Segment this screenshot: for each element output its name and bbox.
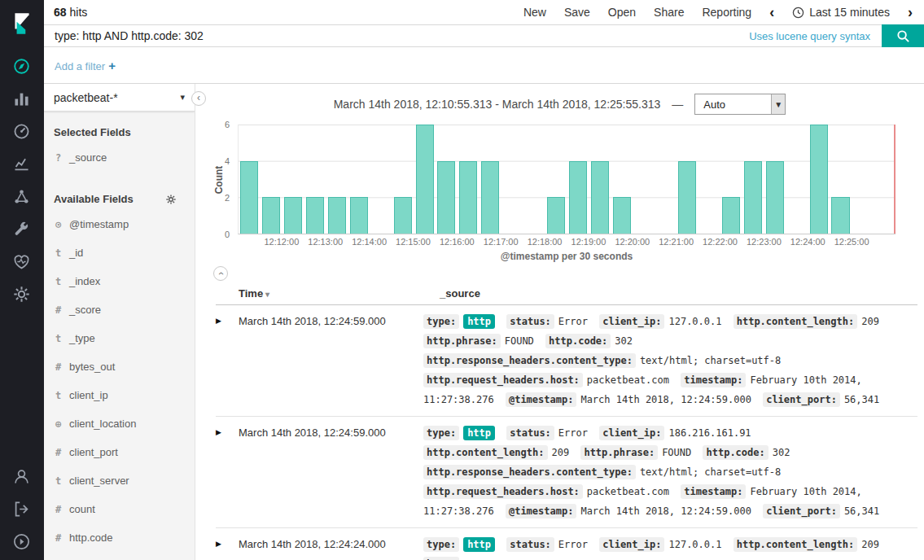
histogram-bar-12:16:30[interactable] <box>481 161 499 234</box>
gear-icon <box>165 194 177 205</box>
source-field-key: http: <box>423 557 459 560</box>
field-count[interactable]: #count <box>44 495 195 523</box>
expand-row-icon[interactable]: ▶ <box>216 535 239 560</box>
histogram-bar-12:14:30[interactable] <box>394 197 412 234</box>
nav-item-dashboard[interactable] <box>12 122 32 142</box>
x-tick-label: 12:25:00 <box>834 237 869 247</box>
histogram-bar-12:12:00[interactable] <box>284 197 302 234</box>
field-client_location[interactable]: ⊕client_location <box>44 409 195 438</box>
bar-slot <box>655 125 677 234</box>
histogram-bar-12:19:30[interactable] <box>613 197 631 234</box>
histogram-bar-12:11:00[interactable] <box>240 161 258 234</box>
nav-item-machine-learning[interactable] <box>12 187 32 207</box>
histogram-bar-12:18:00[interactable] <box>547 197 565 234</box>
time-picker[interactable]: Last 15 minutes <box>792 6 890 19</box>
bar-slot <box>414 125 436 234</box>
field-client_ip[interactable]: tclient_ip <box>44 381 195 409</box>
x-tick-label: 12:18:00 <box>528 237 563 247</box>
nav-item-logout[interactable] <box>12 500 32 519</box>
nav-item-dev-tools[interactable] <box>12 220 32 239</box>
histogram-bar-12:16:00[interactable] <box>459 161 477 234</box>
histogram-bar-12:24:30[interactable] <box>831 197 849 234</box>
histogram-bar-12:13:00[interactable] <box>328 197 346 234</box>
time-range-title: March 14th 2018, 12:10:55.313 - March 14… <box>334 98 661 111</box>
index-pattern-selector[interactable]: packetbeat-* ▾ <box>44 84 195 112</box>
field-name: @timestamp <box>69 218 129 230</box>
collapse-sidebar-button[interactable]: ‹ <box>191 91 206 106</box>
field-_source[interactable]: ?_source <box>44 143 195 172</box>
field-_index[interactable]: t_index <box>44 267 195 295</box>
field-name: http.code <box>69 532 113 544</box>
field-@timestamp[interactable]: ⊙@timestamp <box>44 210 195 238</box>
histogram-bar-12:22:00[interactable] <box>722 197 740 234</box>
source-field-value: 186.216.161.91 <box>668 427 751 439</box>
kibana-logo[interactable] <box>0 0 44 47</box>
histogram-bar-12:21:00[interactable] <box>678 161 696 234</box>
menu-open[interactable]: Open <box>608 6 636 19</box>
doc-source: type:http status:Error client_ip:186.216… <box>423 423 917 521</box>
field-_type[interactable]: t_type <box>44 324 195 352</box>
bar-slot <box>720 125 742 234</box>
source-field-key: client_port: <box>763 504 840 518</box>
field-http.code[interactable]: #http.code <box>44 523 195 552</box>
field-bytes_out[interactable]: #bytes_out <box>44 352 195 381</box>
nav-item-discover[interactable] <box>12 57 32 77</box>
field-name: _source <box>69 151 107 164</box>
clock-icon <box>792 7 804 19</box>
x-tick-label: 12:15:00 <box>396 237 431 247</box>
field-name: _index <box>69 275 100 287</box>
source-field-value: packetbeat.com <box>587 374 669 386</box>
time-forward-button[interactable]: › <box>908 5 913 20</box>
nav-item-monitoring[interactable] <box>12 252 32 272</box>
nav-item-management[interactable] <box>12 285 32 304</box>
nav-item-visualize[interactable] <box>12 90 32 109</box>
expand-row-icon[interactable]: ▶ <box>216 312 239 409</box>
collapse-chart-button[interactable]: ‹ <box>213 266 228 281</box>
histogram-bar-12:12:30[interactable] <box>306 197 324 234</box>
time-back-button[interactable]: ‹ <box>769 5 774 20</box>
bar-slot <box>304 125 326 234</box>
lucene-syntax-link[interactable]: Uses lucene query syntax <box>749 30 870 42</box>
menu-reporting[interactable]: Reporting <box>702 6 751 19</box>
interval-select[interactable]: Auto ▼ <box>694 94 786 115</box>
histogram-bar-12:24:00[interactable] <box>810 125 828 234</box>
field-_id[interactable]: t_id <box>44 238 195 267</box>
source-field-key: status: <box>506 314 554 329</box>
source-field-key: http.code: <box>703 445 768 460</box>
menu-new[interactable]: New <box>523 6 546 19</box>
x-tick-label: 12:17:00 <box>484 237 519 247</box>
fields-settings-button[interactable] <box>165 194 177 205</box>
expand-row-icon[interactable]: ▶ <box>216 423 239 521</box>
source-field-value: 209 <box>552 447 570 458</box>
histogram-bar-12:18:30[interactable] <box>569 161 587 234</box>
doc-time: March 14th 2018, 12:24:59.000 <box>239 423 423 521</box>
histogram-bar-12:13:30[interactable] <box>350 197 368 234</box>
time-column-header[interactable]: Time▾ <box>239 287 423 300</box>
x-tick-label: 12:21:00 <box>659 237 694 247</box>
field-client_server[interactable]: tclient_server <box>44 466 195 495</box>
histogram-bar-12:11:30[interactable] <box>262 197 280 234</box>
menu-share[interactable]: Share <box>654 6 684 19</box>
nav-item-account[interactable] <box>12 467 32 487</box>
nav-item-timelion[interactable] <box>12 155 32 174</box>
add-filter-button[interactable]: Add a filter+ <box>55 59 116 72</box>
histogram-bar-12:15:30[interactable] <box>437 161 455 234</box>
menu-save[interactable]: Save <box>564 6 590 19</box>
doc-time: March 14th 2018, 12:24:24.000 <box>239 535 423 560</box>
source-field-value: 127.0.0.1 <box>668 316 721 327</box>
histogram-bar-12:19:00[interactable] <box>591 161 609 234</box>
histogram-bar-12:23:00[interactable] <box>766 161 784 234</box>
bar-slot <box>589 125 611 234</box>
search-input[interactable]: type: http AND http.code: 302 <box>44 29 749 42</box>
histogram-bar-12:22:30[interactable] <box>744 161 762 234</box>
nav-item-collapse[interactable] <box>12 532 32 552</box>
histogram-bar-12:15:00[interactable] <box>416 125 434 234</box>
source-field-value: FOUND <box>662 447 691 458</box>
source-field-key: http.request_headers.host: <box>423 484 583 499</box>
field-name: bytes_out <box>69 361 115 373</box>
field-_score[interactable]: #_score <box>44 295 195 324</box>
source-field-key: http.phrase: <box>423 334 501 348</box>
search-button[interactable] <box>882 24 924 47</box>
source-field-key: @timestamp: <box>506 392 576 407</box>
field-client_port[interactable]: #client_port <box>44 438 195 466</box>
